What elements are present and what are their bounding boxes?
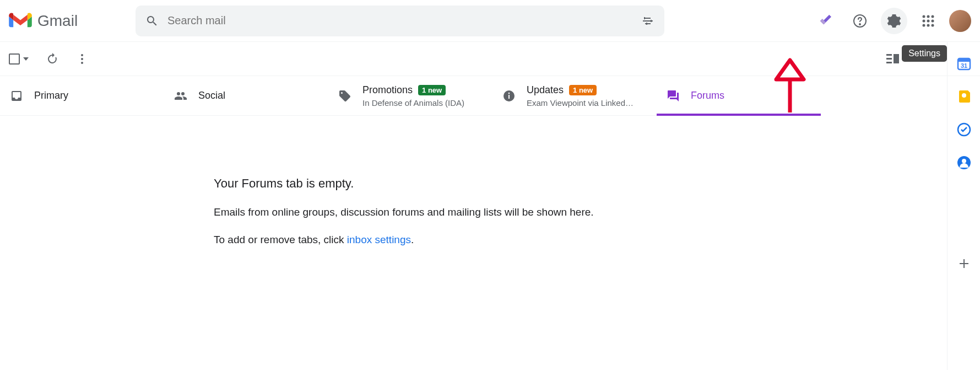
svg-point-12	[81, 58, 83, 60]
new-badge: 1 new	[418, 85, 446, 95]
svg-point-1	[859, 24, 860, 25]
svg-point-2	[923, 15, 925, 18]
tab-label: Social	[198, 90, 225, 101]
apps-icon[interactable]	[915, 8, 941, 34]
tab-updates[interactable]: Updates 1 new Exam Viewpoint via Linked…	[492, 76, 657, 115]
settings-button[interactable]	[881, 8, 907, 34]
svg-point-5	[923, 19, 925, 22]
search-input[interactable]	[159, 14, 641, 27]
tab-label: Updates	[527, 84, 564, 96]
tab-forums[interactable]: Forums	[657, 76, 821, 115]
tab-label: Forums	[691, 90, 724, 101]
tab-promotions[interactable]: Promotions 1 new In Defense of Animals (…	[328, 76, 492, 115]
tab-primary[interactable]: Primary	[0, 76, 164, 115]
support-icon[interactable]	[847, 8, 873, 34]
tab-label: Promotions	[362, 84, 413, 96]
empty-action-suffix: .	[411, 234, 414, 245]
header-actions	[791, 8, 971, 34]
inbox-settings-link[interactable]: inbox settings	[347, 234, 411, 245]
people-icon	[174, 89, 187, 103]
svg-rect-16	[886, 62, 892, 63]
svg-rect-14	[886, 54, 892, 56]
calendar-icon[interactable]: 31	[957, 56, 971, 71]
info-icon	[502, 89, 516, 103]
chevron-down-icon[interactable]	[23, 57, 29, 61]
svg-point-20	[508, 92, 510, 94]
avatar[interactable]	[949, 10, 971, 32]
svg-rect-22	[958, 58, 970, 62]
svg-point-4	[932, 15, 934, 18]
settings-tooltip: Settings	[902, 45, 947, 62]
empty-title: Your Forums tab is empty.	[214, 176, 980, 191]
empty-action: To add or remove tabs, click inbox setti…	[214, 234, 980, 246]
empty-action-prefix: To add or remove tabs, click	[214, 234, 347, 245]
tab-preview: In Defense of Animals (IDA)	[362, 98, 464, 108]
side-panel: 31	[947, 42, 980, 370]
svg-point-3	[927, 15, 930, 18]
empty-description: Emails from online groups, discussion fo…	[214, 206, 980, 218]
svg-point-10	[932, 24, 934, 26]
svg-rect-17	[894, 54, 899, 63]
add-icon[interactable]	[957, 256, 971, 271]
keep-icon[interactable]	[957, 89, 971, 104]
toggle-split-pane-button[interactable]	[886, 53, 900, 65]
svg-point-11	[81, 54, 83, 56]
svg-point-6	[927, 19, 930, 22]
select-all-checkbox[interactable]	[9, 53, 29, 65]
gear-icon	[887, 14, 901, 28]
tab-label: Primary	[34, 90, 68, 101]
tab-preview: Exam Viewpoint via Linked…	[527, 98, 634, 108]
svg-point-13	[81, 62, 83, 64]
app-name: Gmail	[37, 12, 78, 30]
category-tabs: Primary Social Promotions 1 new In Defen…	[0, 76, 821, 116]
svg-point-8	[923, 24, 925, 26]
svg-point-9	[927, 24, 930, 26]
empty-state: Your Forums tab is empty. Emails from on…	[0, 116, 980, 246]
more-button[interactable]	[76, 53, 88, 65]
tab-social[interactable]: Social	[164, 76, 328, 115]
forum-icon	[667, 89, 680, 103]
svg-rect-15	[886, 58, 892, 60]
new-badge: 1 new	[569, 85, 597, 95]
logo-area[interactable]: Gmail	[9, 12, 136, 30]
contacts-icon[interactable]	[957, 155, 971, 170]
tasks-icon[interactable]	[957, 122, 971, 137]
svg-point-24	[962, 93, 966, 98]
tag-icon	[338, 89, 351, 103]
search-options-icon[interactable]	[641, 14, 654, 28]
search-icon	[145, 14, 159, 28]
toolbar: Settings	[0, 42, 980, 76]
search-bar[interactable]	[136, 6, 664, 36]
gmail-logo-icon	[9, 12, 32, 30]
task-check-icon[interactable]	[813, 8, 839, 34]
inbox-icon	[10, 89, 23, 103]
svg-point-27	[962, 159, 966, 163]
svg-rect-19	[508, 95, 510, 99]
svg-point-7	[932, 19, 934, 22]
svg-text:31: 31	[960, 62, 967, 69]
header: Gmail	[0, 0, 980, 42]
refresh-button[interactable]	[46, 53, 58, 65]
